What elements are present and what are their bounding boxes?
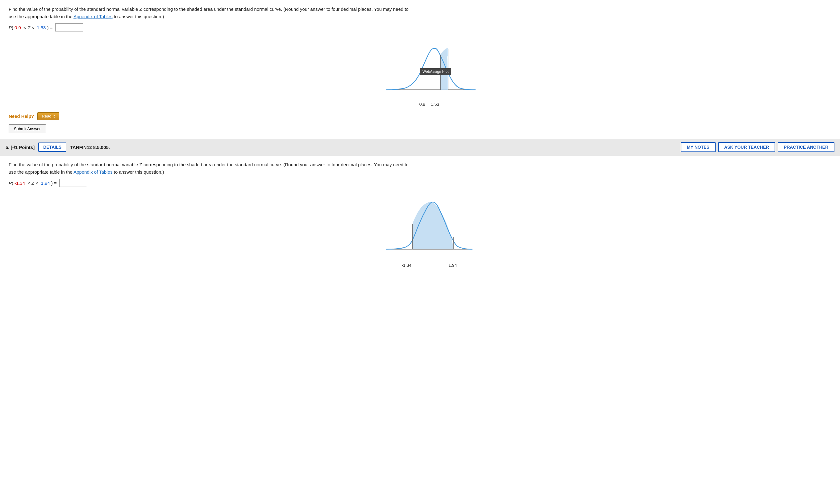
chart-container-1: WebAssign Plot — [380, 36, 479, 101]
question-header-2: 5. [-/1 Points] DETAILS TANFIN12 8.5.005… — [0, 139, 840, 156]
webassign-tooltip: WebAssign Plot — [420, 68, 451, 75]
chart-container-2 — [383, 191, 475, 262]
val1-2: -1.34 — [15, 180, 25, 186]
middle-2: < Z < — [26, 180, 39, 186]
prob-input-2[interactable] — [59, 179, 87, 187]
prob-line-2: P(-1.34 < Z < 1.94) = — [8, 179, 832, 187]
prob-label-1: P( — [8, 25, 13, 30]
chart-label-right-2: 1.94 — [449, 263, 457, 268]
question-text-2-part1: Find the value of the probability of the… — [8, 162, 408, 167]
prob-label-2: P( — [8, 180, 13, 186]
curve-svg-2 — [383, 191, 475, 257]
read-it-button[interactable]: Read It — [37, 112, 59, 120]
submit-answer-button[interactable]: Submit Answer — [8, 124, 46, 133]
val2-1: 1.53 — [37, 25, 46, 30]
prob-line-1: P(0.9 < Z < 1.53) = — [8, 23, 832, 32]
chart-area-1: WebAssign Plot 0.9 1.53 — [27, 36, 832, 107]
question-text-2-part3: to answer this question.) — [112, 169, 164, 175]
my-notes-button[interactable]: MY NOTES — [681, 142, 716, 152]
question-text-part1: Find the value of the probability of the… — [8, 6, 408, 12]
points-label-2: 5. [-/1 Points] — [5, 145, 35, 150]
val2-2: 1.94 — [41, 180, 50, 186]
ask-teacher-button[interactable]: ASK YOUR TEACHER — [718, 142, 775, 152]
chart-labels-2: -1.34 1.94 — [402, 263, 457, 268]
chart-area-2: -1.34 1.94 — [27, 191, 832, 268]
val1-1: 0.9 — [15, 25, 21, 30]
appendix-link-2[interactable]: Appendix of Tables — [73, 169, 112, 175]
curve-svg-1 — [380, 36, 479, 97]
prob-input-1[interactable] — [55, 23, 83, 32]
question-text-2: Find the value of the probability of the… — [8, 161, 832, 176]
practice-another-button[interactable]: PRACTICE ANOTHER — [778, 142, 835, 152]
chart-labels-1: 0.9 1.53 — [419, 102, 439, 107]
end-1: ) = — [47, 25, 54, 30]
question-text-1: Find the value of the probability of the… — [8, 5, 832, 20]
need-help-label: Need Help? — [8, 113, 34, 119]
question-text-2-part2: use the appropriate table in the — [8, 169, 73, 175]
appendix-link-1[interactable]: Appendix of Tables — [73, 14, 112, 19]
chart-label-left-2: -1.34 — [402, 263, 412, 268]
need-help-section: Need Help? Read It — [8, 112, 832, 120]
middle-1: < Z < — [22, 25, 35, 30]
question-text-part2: use the appropriate table in the — [8, 14, 73, 19]
question-text-part3: to answer this question.) — [112, 14, 164, 19]
section-1: Find the value of the probability of the… — [0, 0, 840, 139]
chart-label-right-1: 1.53 — [431, 102, 439, 107]
chart-label-left-1: 0.9 — [419, 102, 425, 107]
tanfin-label: TANFIN12 8.5.005. — [70, 145, 677, 150]
details-button[interactable]: DETAILS — [38, 143, 66, 152]
header-right-buttons: MY NOTES ASK YOUR TEACHER PRACTICE ANOTH… — [681, 142, 835, 152]
section-2: Find the value of the probability of the… — [0, 156, 840, 279]
end-2: ) = — [51, 180, 58, 186]
